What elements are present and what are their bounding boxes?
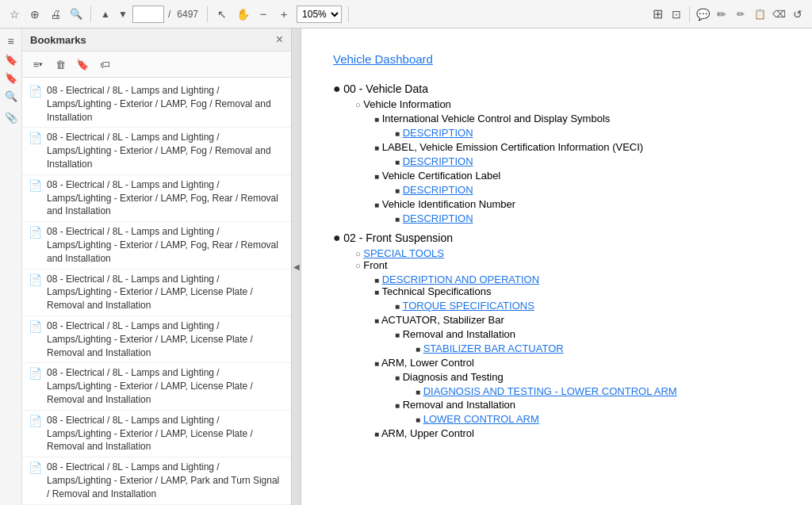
square-icon: ■ [374,143,379,152]
sidebar-list-item[interactable]: 📄 08 - Electrical / 8L - Lamps and Light… [22,128,291,174]
side-nav-icon[interactable]: ≡ [7,35,13,48]
square-icon: ■ [395,186,400,195]
side-bookmark-icon[interactable]: 🔖 [5,54,17,66]
back-icon[interactable]: ☆ [6,6,22,22]
toc-link[interactable]: DESCRIPTION [403,212,473,224]
hand-icon[interactable]: ✋ [235,6,251,22]
toc-item: ■ Vehicle Identification Number■ DESCRIP… [374,198,780,224]
toc-item: ■ LOWER CONTROL ARM [416,413,780,425]
sidebar-item-text: 08 - Electrical / 8L - Lamps and Lightin… [47,131,283,170]
stamp-icon[interactable]: 📋 [752,6,768,22]
pdf-content-area: Vehicle Dashboard ● 00 - Vehicle Data○ V… [301,29,812,505]
square-icon: ■ [416,388,420,396]
bullet-icon: ● [333,231,341,244]
sidebar-list-btn[interactable]: ≡ ▾ [29,55,48,74]
page-nav: ▲ ▼ 1 / 6497 [98,6,201,23]
fit-icon[interactable]: ⊞ [649,6,665,22]
sidebar-bookmark-btn[interactable]: 🔖 [73,55,92,74]
toc-l3-label: ACTUATOR, Stabilizer Bar [381,314,504,326]
zoom-plus-icon[interactable]: + [276,6,292,22]
toc-item: ■ Vehicle Certification Label■ DESCRIPTI… [374,170,780,196]
zoom-glass-icon[interactable]: 🔍 [68,6,84,22]
nav-down-icon[interactable]: ▼ [115,6,131,22]
sidebar-item-text: 08 - Electrical / 8L - Lamps and Lightin… [47,84,283,124]
toc-l3-link[interactable]: DESCRIPTION AND OPERATION [382,274,539,285]
toolbar: ☆ ⊕ 🖨 🔍 ▲ ▼ 1 / 6497 ↖ ✋ − + 105% 75% 10… [0,0,812,29]
toc-item: ■ DIAGNOSIS AND TESTING - LOWER CONTROL … [416,385,780,397]
sidebar-items-list: 📄 08 - Electrical / 8L - Lamps and Light… [22,78,291,505]
eraser-icon[interactable]: ⌫ [771,6,787,22]
nav-up-icon[interactable]: ▲ [98,6,113,22]
sidebar-title: Bookmarks [30,34,86,46]
toc-item: ■ LABEL, Vehicle Emission Certification … [374,141,780,167]
zoom-minus-icon[interactable]: − [255,6,271,22]
side-attach-icon[interactable]: 📎 [5,112,17,124]
toc-link[interactable]: DESCRIPTION [403,184,473,196]
bookmark-item-icon: 📄 [29,461,42,474]
comment-icon[interactable]: 💬 [695,6,710,22]
side-search-icon[interactable]: 🔍 [5,90,17,102]
sidebar-collapse-handle[interactable]: ◀ [292,29,301,505]
toc-link[interactable]: DESCRIPTION [403,127,473,139]
sidebar-list-item[interactable]: 📄 08 - Electrical / 8L - Lamps and Light… [22,81,291,128]
sep1 [90,6,91,22]
bullet-icon: ● [333,82,341,95]
toc-link[interactable]: DESCRIPTION [403,155,473,167]
presentation-icon[interactable]: ⊡ [668,6,684,22]
zoom-select[interactable]: 105% 75% 100% 125% 150% [297,6,342,23]
toc-item: ○ Front■ DESCRIPTION AND OPERATION■ Tech… [355,259,780,439]
square-icon: ■ [374,316,379,325]
tag-icon: 🏷 [100,59,110,71]
sidebar-item-text: 08 - Electrical / 8L - Lamps and Lightin… [47,273,283,312]
print-icon[interactable]: 🖨 [48,6,63,22]
square-icon: ■ [395,215,400,224]
sidebar-tag-btn[interactable]: 🏷 [95,55,114,74]
sidebar-item-text: 08 - Electrical / 8L - Lamps and Lightin… [47,414,283,453]
pdf-page-title[interactable]: Vehicle Dashboard [333,52,780,66]
bookmark-item-icon: 📄 [29,415,42,427]
sidebar-list-item[interactable]: 📄 08 - Electrical / 8L - Lamps and Light… [22,222,291,269]
highlight-icon[interactable]: ✏ [733,6,749,22]
circle-icon: ○ [355,261,361,270]
toc-link[interactable]: STABILIZER BAR ACTUATOR [423,342,564,354]
toc-item: ■ Removal and Installation■ STABILIZER B… [395,328,780,354]
sidebar-delete-btn[interactable]: 🗑 [51,55,70,74]
toc-item: ■ DESCRIPTION AND OPERATION [374,274,780,285]
undo-icon[interactable]: ↺ [790,6,806,22]
toc-l2-link[interactable]: SPECIAL TOOLS [363,247,444,259]
toc-item: ● 00 - Vehicle Data○ Vehicle Information… [333,82,780,224]
sidebar-item-text: 08 - Electrical / 8L - Lamps and Lightin… [47,225,283,265]
bookmark-item-icon: 📄 [29,85,42,98]
sidebar-close-button[interactable]: × [276,33,283,46]
right-tools: ⊞ ⊡ 💬 ✏ ✏ 📋 ⌫ ↺ [649,6,806,22]
cursor-icon[interactable]: ↖ [214,6,230,22]
sep3 [348,6,349,22]
sidebar-list-item[interactable]: 📄 08 - Electrical / 8L - Lamps and Light… [22,175,291,222]
bookmark-item-icon: 📄 [29,179,42,192]
pencil-icon[interactable]: ✏ [714,6,730,22]
bookmark-add-icon[interactable]: ⊕ [27,6,43,22]
toc-item: ■ Diagnosis and Testing■ DIAGNOSIS AND T… [395,371,780,397]
sidebar-list-item[interactable]: 📄 08 - Electrical / 8L - Lamps and Light… [22,270,291,316]
sidebar-item-text: 08 - Electrical / 8L - Lamps and Lightin… [47,461,283,500]
sidebar-toolbar: ≡ ▾ 🗑 🔖 🏷 [22,52,291,78]
square-icon: ■ [374,288,379,296]
toc-item: ■ ARM, Upper Control [374,427,780,439]
square-icon: ■ [374,115,379,124]
sidebar-list-item[interactable]: 📄 08 - Electrical / 8L - Lamps and Light… [22,457,291,504]
toc-link[interactable]: TORQUE SPECIFICATIONS [402,300,534,312]
sidebar-list-item[interactable]: 📄 08 - Electrical / 8L - Lamps and Light… [22,316,291,363]
side-bookmark-active-icon[interactable]: 🔖 [5,72,17,84]
bookmark-item-icon: 📄 [29,320,42,333]
toc-link[interactable]: DIAGNOSIS AND TESTING - LOWER CONTROL AR… [423,385,677,397]
sidebar-list-item[interactable]: 📄 08 - Electrical / 8L - Lamps and Light… [22,411,291,457]
square-icon: ■ [374,172,379,181]
dropdown-arrow-icon: ▾ [39,60,43,68]
list-icon: ≡ [33,59,40,71]
toc-link[interactable]: LOWER CONTROL ARM [423,413,539,425]
sidebar-list-item[interactable]: 📄 08 - Electrical / 8L - Lamps and Light… [22,363,291,410]
page-number-input[interactable]: 1 [132,6,164,23]
toc-item: ■ Technical Specifications■ TORQUE SPECI… [374,285,780,312]
sidebar-item-text: 08 - Electrical / 8L - Lamps and Lightin… [47,319,283,359]
sep4 [689,6,690,22]
